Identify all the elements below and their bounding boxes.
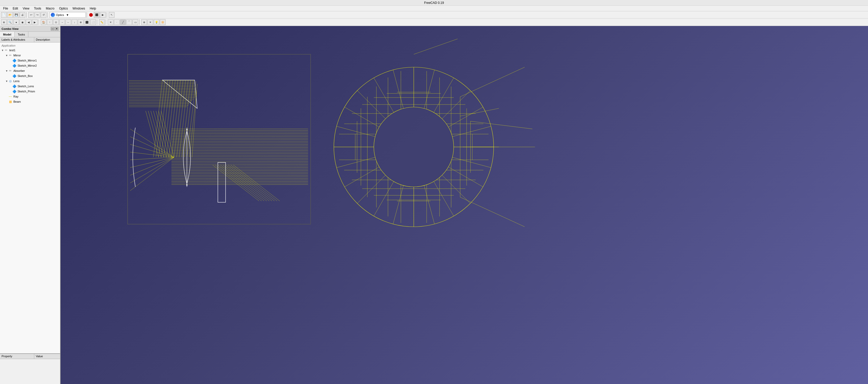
prop-col1: Property (0, 354, 34, 359)
sep7 (106, 19, 107, 25)
tree-item-lens[interactable]: ▼ ◎ Lens (0, 78, 60, 84)
svg-line-76 (130, 152, 174, 157)
view-home[interactable]: 🏠 (41, 19, 46, 25)
icon-lens: ◎ (8, 79, 12, 83)
svg-line-138 (448, 167, 483, 187)
redo-button[interactable]: ↪ (35, 12, 40, 18)
menu-view[interactable]: View (21, 6, 31, 11)
workbench-dropdown-arrow: ▼ (66, 13, 69, 16)
left-panel: Combo View — ✕ Model Tasks Labels & Attr… (0, 26, 61, 384)
menu-tools[interactable]: Tools (32, 6, 43, 11)
svg-line-34 (189, 84, 197, 157)
view-left[interactable]: ← (65, 19, 71, 25)
view-iso2[interactable]: ⬜ (90, 19, 96, 25)
svg-line-143 (393, 185, 403, 224)
zoom-fit-sel[interactable]: 🔍 (7, 19, 13, 25)
menu-bar: File Edit View Tools Macro Optics Window… (0, 6, 868, 11)
view-top[interactable]: ⊙ (53, 19, 59, 25)
label-mirror: Mirror (13, 54, 21, 57)
undo-button[interactable]: ↩ (28, 12, 34, 18)
sketch-point[interactable]: · (114, 19, 120, 25)
label-ray: Ray (13, 95, 19, 98)
svg-line-156 (434, 78, 454, 112)
print-button[interactable]: 🖨 (20, 12, 25, 18)
menu-edit[interactable]: Edit (10, 6, 20, 11)
combo-view-title: Combo View (2, 27, 19, 30)
svg-line-152 (374, 78, 394, 112)
menu-macro[interactable]: Macro (44, 6, 57, 11)
view-iso1[interactable]: ⬛ (84, 19, 90, 25)
svg-line-162 (414, 39, 458, 54)
tree-item-sketch-mirror1[interactable]: ▶ 🔷 Sketch_Mirror1 (0, 58, 60, 63)
tree-item-ray[interactable]: ▶ — Ray (0, 94, 60, 99)
sep6 (97, 19, 98, 25)
svg-line-79 (130, 157, 174, 175)
svg-line-155 (424, 70, 434, 109)
svg-line-26 (169, 80, 178, 157)
save-button[interactable]: 💾 (13, 12, 19, 18)
zoom-fit-all[interactable]: ⊕ (1, 19, 7, 25)
draw-style[interactable]: ● (13, 19, 19, 25)
tree-item-sketch-lens[interactable]: ▶ 🔷 Sketch_Lens (0, 84, 60, 89)
arrow-lens: ▼ (5, 80, 8, 82)
sep3 (87, 12, 88, 18)
new-button[interactable]: 📄 (1, 12, 7, 18)
menu-help[interactable]: Help (88, 6, 98, 11)
combo-close[interactable]: ✕ (55, 27, 59, 31)
arrow-beam: ▶ (5, 100, 8, 103)
view-rear[interactable]: ↓ (72, 19, 78, 25)
refresh-button[interactable]: ↺ (41, 12, 46, 18)
nav-back[interactable]: ◀ (26, 19, 31, 25)
lamp-btn[interactable]: 🔆 (160, 19, 165, 25)
tree-item-absorber[interactable]: ▼ ✏ Absorber (0, 68, 60, 73)
perspective[interactable]: ◉ (20, 19, 25, 25)
arrow-absorber: ▼ (5, 69, 8, 72)
fix-btn[interactable]: ✕ (148, 19, 153, 25)
property-panel: Property Value (0, 353, 60, 384)
light-btn[interactable]: 💡 (154, 19, 159, 25)
view-front[interactable]: ↑ (47, 19, 53, 25)
model-panel: Application ▼ ✏ test1 ▼ ✏ Mirror (0, 42, 60, 353)
tree-item-mirror[interactable]: ▼ ✏ Mirror (0, 53, 60, 58)
menu-file[interactable]: File (1, 6, 10, 11)
tab-tasks[interactable]: Tasks (15, 32, 28, 37)
sketch-polyline[interactable]: ⌒ (126, 19, 132, 25)
viewport[interactable] (61, 26, 868, 384)
tree-item-beam[interactable]: ▶ ▦ Beam (0, 99, 60, 104)
tree-item-sketch-box[interactable]: ▶ 🔷 Sketch_Box (0, 73, 60, 78)
svg-rect-0 (128, 54, 311, 224)
nav-fwd[interactable]: ▶ (32, 19, 38, 25)
toolbar-area: 📄 📂 💾 🖨 ↩ ↪ ↺ Optics ▼ ⬛ ▶ ↖ ⊕ 🔍 ● ◉ ◀ ▶… (0, 11, 868, 26)
svg-line-130 (460, 67, 525, 97)
svg-line-27 (172, 80, 181, 157)
view-right[interactable]: → (59, 19, 65, 25)
svg-line-78 (130, 157, 174, 168)
workbench-selector[interactable]: Optics ▼ (50, 12, 86, 18)
combo-minimize[interactable]: — (51, 27, 54, 31)
labels-header: Labels & Attributes Description (0, 37, 60, 42)
stop-button[interactable]: ⬛ (94, 12, 99, 18)
cursor-btn[interactable]: ↖ (109, 12, 115, 18)
svg-line-83 (159, 111, 172, 157)
sketch-close[interactable]: ✕ (108, 19, 114, 25)
tab-model[interactable]: Model (0, 32, 15, 37)
measure-btn[interactable]: 📏 (99, 19, 105, 25)
icon-beam: ▦ (8, 100, 12, 104)
record-button[interactable] (89, 13, 93, 17)
sep1 (26, 12, 27, 18)
view-bottom[interactable]: ⊗ (78, 19, 84, 25)
sketch-rect[interactable]: ▭ (132, 19, 138, 25)
menu-windows[interactable]: Windows (70, 6, 87, 11)
tree-item-sketch-prism[interactable]: ▶ 🔷 Sketch_Prism (0, 89, 60, 94)
arrow-test1: ▼ (1, 49, 4, 52)
tree-item-sketch-mirror2[interactable]: ▶ 🔷 Sketch_Mirror2 (0, 63, 60, 68)
open-button[interactable]: 📂 (7, 12, 13, 18)
tree-item-test1[interactable]: ▼ ✏ test1 (0, 47, 60, 53)
macro-button[interactable]: ▶ (100, 12, 106, 18)
constraints-btn[interactable]: ⊕ (141, 19, 147, 25)
menu-optics[interactable]: Optics (57, 6, 70, 11)
icon-ray: — (8, 95, 12, 99)
arrow-sp: ▶ (9, 90, 12, 93)
label-sketch-prism: Sketch_Prism (18, 90, 35, 93)
sketch-line[interactable]: ╱ (120, 19, 126, 25)
